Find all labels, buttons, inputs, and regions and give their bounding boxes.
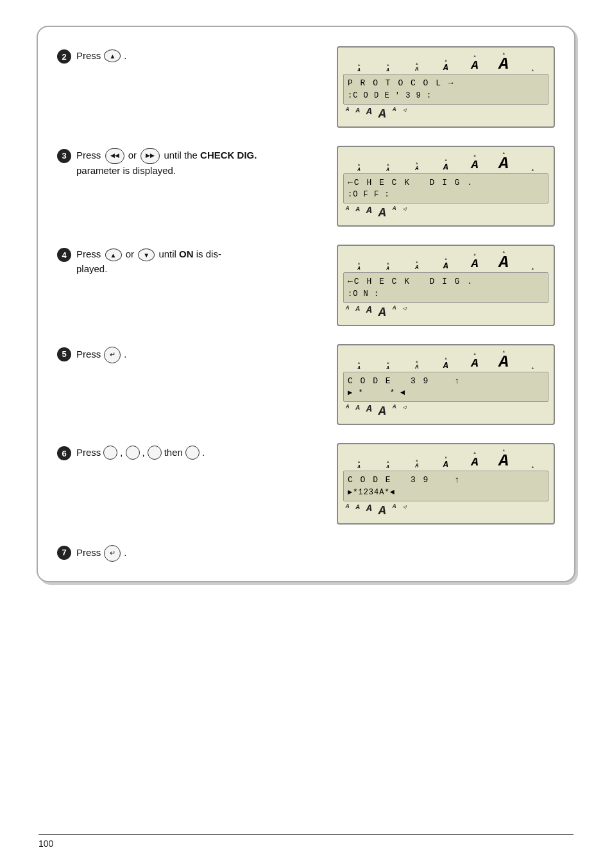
lcd-step6-top: ▲A ▲A ▲A ▲A ▲A ▲A ▲ [343, 448, 548, 471]
lcd-bot-A2: A [355, 107, 360, 121]
step7-period: . [124, 546, 126, 560]
lcd-step3-top: ▲A ▲A ▲A ▲A ▲A ▲A ▲ [343, 151, 548, 173]
page-number: 100 [38, 838, 53, 849]
step4-or: or [126, 248, 134, 259]
lcd-col-4: ▲A [431, 58, 460, 73]
step-5-right: ▲A ▲A ▲A ▲A ▲A ▲A ▲ C O D E 3 9 ↑ ▶ * * … [275, 344, 555, 426]
enter-button-5[interactable]: ↵ [104, 347, 121, 363]
enter-icon-5: ↵ [110, 349, 115, 360]
sep1: , [120, 446, 123, 460]
forward-button[interactable]: ▶▶ [140, 148, 160, 164]
step3-press: Press [76, 150, 101, 161]
up-arrow-icon: ▲ [109, 51, 115, 61]
up-arrow-button[interactable]: ▲ [104, 49, 121, 62]
lcd-step2-top: ▲A ▲A ▲A ▲A ▲A ▲A ▲ [343, 51, 548, 74]
step4-press: Press [76, 248, 101, 259]
step-6-number: 6 [57, 446, 71, 460]
page-divider [38, 834, 574, 835]
step6-after: . [202, 446, 205, 460]
rewind-button[interactable]: ◀◀ [105, 148, 124, 164]
step-6-text: Press , , then . [76, 446, 205, 460]
step-2-right: ▲A ▲A ▲A ▲A ▲A ▲A ▲ P R O T O C O L → :C… [275, 46, 555, 128]
step-3-row: 3 Press ◀◀ or ▶▶ until the CHECK DIG. pa… [57, 146, 555, 227]
sep2: , [142, 446, 145, 460]
step-2-row: 2 Press ▲ . ▲A ▲A [57, 46, 555, 128]
step-3-left: 3 Press ◀◀ or ▶▶ until the CHECK DIG. pa… [57, 146, 262, 178]
lcd-step2-screen: P R O T O C O L → :C O D E ' 3 9 : [343, 74, 548, 105]
step-5-text: Press ↵ . [76, 347, 127, 363]
step3-bold: CHECK DIG. [200, 150, 257, 161]
step5-period: . [124, 347, 126, 362]
step-7-number: 7 [57, 546, 71, 560]
step4-until: until [158, 248, 176, 259]
lcd-step2-line2: :C O D E ' 3 9 : [348, 90, 544, 101]
step3-after: parameter is displayed. [76, 165, 176, 176]
lcd-step5-bottom: A A A A A ◁ [343, 402, 548, 419]
digit-button-2[interactable] [126, 446, 140, 460]
lcd-step6: ▲A ▲A ▲A ▲A ▲A ▲A ▲ C O D E 3 9 ↑ ▶*1234… [337, 443, 555, 525]
lcd-step2: ▲A ▲A ▲A ▲A ▲A ▲A ▲ P R O T O C O L → :C… [337, 46, 555, 128]
step-7-left: 7 Press ↵ . [57, 542, 262, 562]
step4-bold: ON [179, 248, 194, 259]
lcd-step3-screen: ←C H E C K D I G . :O F F : [343, 173, 548, 204]
lcd-step3-bottom: A A A A A ◁ [343, 204, 548, 220]
lcd-bot-A4: A [378, 107, 386, 121]
enter-button-7[interactable]: ↵ [104, 545, 121, 562]
step-4-left: 4 Press ▲ or ▼ until ON is dis-played. [57, 245, 262, 276]
step-7-text: Press ↵ . [76, 545, 127, 562]
lcd-col-2: ▲A [373, 63, 402, 73]
step5-press: Press [76, 347, 101, 362]
lcd-step5: ▲A ▲A ▲A ▲A ▲A ▲A ▲ C O D E 3 9 ↑ ▶ * * … [337, 344, 555, 426]
lcd-step5-line2: ▶ * * ◄ [348, 387, 544, 399]
step-4-row: 4 Press ▲ or ▼ until ON is dis-played. [57, 245, 555, 326]
lcd-step4-line1: ←C H E C K D I G . [348, 275, 544, 288]
step-3-number: 3 [57, 149, 71, 163]
step-5-left: 5 Press ↵ . [57, 344, 262, 363]
step-2-text: Press ▲ . [76, 49, 127, 64]
lcd-bot-A3: A [366, 107, 372, 121]
lcd-col-6: ▲A [489, 51, 518, 73]
step2-period: . [124, 49, 126, 64]
lcd-step2-bottom-group: A A A A A ◁ [346, 107, 406, 121]
digit-button-3[interactable] [148, 446, 162, 460]
step-3-text: Press ◀◀ or ▶▶ until the CHECK DIG. para… [76, 148, 257, 178]
step3-or: or [128, 150, 137, 161]
lcd-col-1: ▲A [344, 63, 373, 73]
step-4-right: ▲A ▲A ▲A ▲A ▲A ▲A ▲ ←C H E C K D I G . :… [275, 245, 555, 326]
step-5-row: 5 Press ↵ . ▲A ▲A ▲A [57, 344, 555, 426]
lcd-step6-line2: ▶*1234A*◄ [348, 487, 544, 498]
lcd-step5-top: ▲A ▲A ▲A ▲A ▲A ▲A ▲ [343, 349, 548, 372]
lcd-step4: ▲A ▲A ▲A ▲A ▲A ▲A ▲ ←C H E C K D I G . :… [337, 245, 555, 326]
lcd-step4-screen: ←C H E C K D I G . :O N : [343, 272, 548, 303]
lcd-col-3: ▲A [402, 62, 431, 73]
step-4-text: Press ▲ or ▼ until ON is dis-played. [76, 247, 221, 276]
lcd-step4-top: ▲A ▲A ▲A ▲A ▲A ▲A ▲ [343, 250, 548, 272]
up-arrow-icon-4: ▲ [110, 250, 117, 260]
lcd-step6-bottom: A A A A A ◁ [343, 501, 548, 518]
lcd-step5-line1: C O D E 3 9 ↑ [348, 375, 544, 388]
forward-icon: ▶▶ [146, 152, 155, 161]
step-6-left: 6 Press , , then . [57, 443, 262, 460]
rewind-icon: ◀◀ [110, 152, 119, 161]
digit-button-1[interactable] [103, 446, 117, 460]
lcd-step6-line1: C O D E 3 9 ↑ [348, 474, 544, 487]
step-7-row: 7 Press ↵ . [57, 542, 555, 562]
up-arrow-button-4[interactable]: ▲ [105, 248, 122, 261]
step6-press: Press [76, 446, 101, 460]
lcd-step3-line1: ←C H E C K D I G . [348, 177, 544, 189]
step6-then: then [164, 446, 183, 460]
lcd-step3: ▲A ▲A ▲A ▲A ▲A ▲A ▲ ←C H E C K D I G . :… [337, 146, 555, 227]
step-6-right: ▲A ▲A ▲A ▲A ▲A ▲A ▲ C O D E 3 9 ↑ ▶*1234… [275, 443, 555, 525]
step2-press-label: Press [76, 49, 101, 64]
step-4-number: 4 [57, 248, 71, 262]
step3-until: until the [164, 150, 198, 161]
digit-button-4[interactable] [185, 446, 200, 460]
lcd-step2-bottom: A A A A A ◁ [343, 105, 548, 121]
step7-press: Press [76, 546, 101, 560]
lcd-step4-line2: :O N : [348, 288, 544, 300]
lcd-bot-tri: ◁ [402, 107, 405, 121]
down-arrow-button-4[interactable]: ▼ [138, 248, 155, 261]
instruction-box: 2 Press ▲ . ▲A ▲A [37, 26, 575, 582]
step-3-right: ▲A ▲A ▲A ▲A ▲A ▲A ▲ ←C H E C K D I G . :… [275, 146, 555, 227]
lcd-col-7: ▲ [518, 68, 547, 73]
